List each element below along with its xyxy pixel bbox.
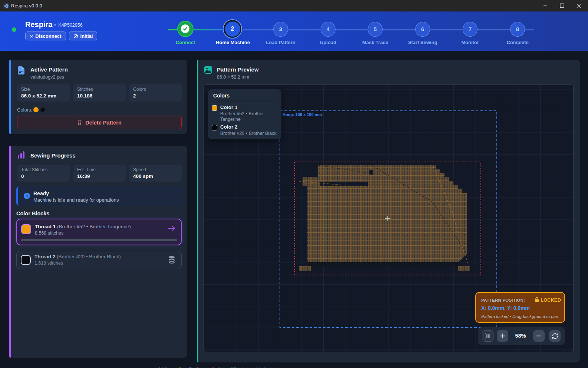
svg-text:Hoop: 100 x 100 mm: Hoop: 100 x 100 mm — [283, 112, 322, 117]
